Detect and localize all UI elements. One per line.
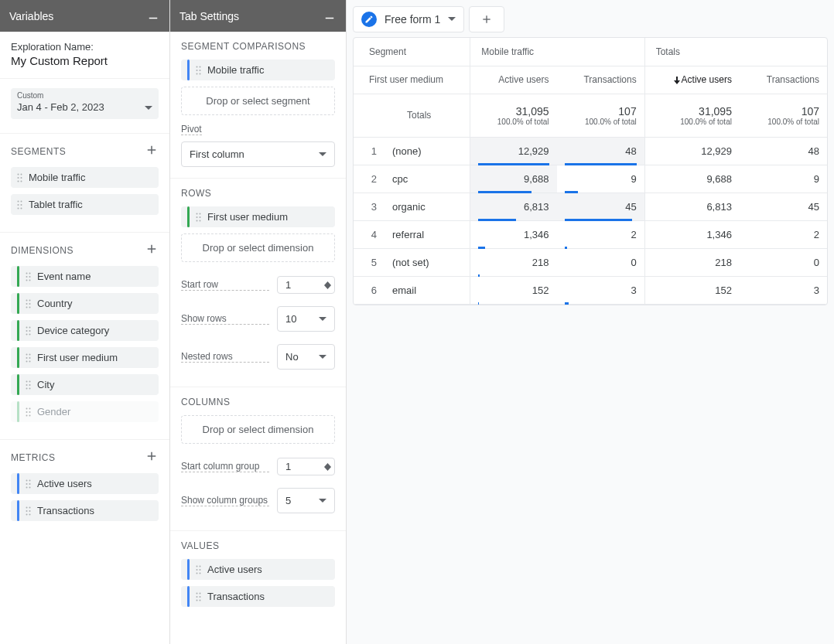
svg-point-33 bbox=[26, 357, 28, 359]
drag-handle-icon bbox=[26, 479, 31, 489]
svg-point-45 bbox=[26, 411, 28, 413]
start-row-stepper[interactable]: 1 bbox=[277, 276, 335, 294]
table-row[interactable]: 5 (not set) 218 0 218 0 bbox=[354, 248, 827, 276]
chip-color-bar bbox=[187, 60, 190, 80]
add-segment-button[interactable] bbox=[145, 143, 159, 159]
svg-point-46 bbox=[29, 411, 31, 413]
start-col-stepper[interactable]: 1 bbox=[277, 458, 335, 475]
row-index: 6 bbox=[354, 276, 385, 304]
svg-point-43 bbox=[26, 407, 28, 409]
segment-drop-zone[interactable]: Drop or select segment bbox=[181, 87, 335, 115]
svg-point-77 bbox=[200, 569, 201, 571]
row-drop-zone[interactable]: Drop or select dimension bbox=[181, 233, 335, 262]
nested-rows-select[interactable]: No bbox=[277, 344, 335, 370]
svg-point-47 bbox=[26, 414, 28, 416]
variables-header: Variables bbox=[0, 0, 169, 32]
svg-point-13 bbox=[26, 272, 28, 274]
edit-icon bbox=[361, 12, 377, 27]
show-rows-select[interactable]: 10 bbox=[277, 306, 335, 332]
dimension-chip[interactable]: Gender bbox=[11, 401, 159, 422]
svg-point-12 bbox=[21, 207, 22, 209]
add-metric-button[interactable] bbox=[145, 449, 159, 465]
metric-chip[interactable]: Transactions bbox=[11, 500, 159, 521]
svg-point-53 bbox=[26, 486, 28, 488]
drag-handle-icon bbox=[26, 299, 31, 308]
chip-label: Active users bbox=[37, 478, 92, 489]
metric-chip[interactable]: Active users bbox=[181, 559, 335, 580]
table-row[interactable]: 1 (none) 12,929 48 12,929 48 bbox=[354, 137, 827, 165]
chip-label: Active users bbox=[207, 564, 262, 575]
date-range-picker[interactable]: Custom Jan 4 - Feb 2, 2023 bbox=[11, 88, 159, 119]
table-row[interactable]: 4 referral 1,346 2 1,346 2 bbox=[354, 220, 827, 248]
metric-header[interactable]: Active users bbox=[470, 66, 557, 94]
report-tab[interactable]: Free form 1 bbox=[353, 6, 464, 32]
metric-chip[interactable]: Active users bbox=[11, 473, 159, 494]
drag-handle-icon bbox=[196, 592, 201, 601]
drag-handle-icon bbox=[26, 272, 31, 281]
table-row[interactable]: 3 organic 6,813 45 6,813 45 bbox=[354, 193, 827, 220]
chevron-down-icon bbox=[448, 17, 456, 22]
row-index: 4 bbox=[354, 220, 385, 248]
variables-panel: Variables Exploration Name: My Custom Re… bbox=[0, 0, 170, 644]
metric-header[interactable]: Transactions bbox=[740, 66, 827, 94]
start-row-value: 1 bbox=[285, 279, 291, 291]
svg-point-11 bbox=[18, 207, 19, 209]
tab-settings-panel: Tab Settings SEGMENT COMPARISONS Mobile … bbox=[170, 0, 347, 644]
svg-point-70 bbox=[197, 216, 198, 218]
segment-chip[interactable]: Tablet traffic bbox=[11, 194, 159, 215]
dimension-chip[interactable]: Device category bbox=[11, 320, 159, 341]
svg-point-59 bbox=[26, 513, 28, 515]
pivot-select[interactable]: First column bbox=[181, 141, 335, 167]
report-tabbar: Free form 1 bbox=[353, 6, 828, 32]
dimension-chip[interactable]: First user medium bbox=[11, 347, 159, 368]
segments-section: SEGMENTS Mobile traffic Tablet traffic bbox=[0, 134, 169, 233]
segment-chip[interactable]: Mobile traffic bbox=[11, 167, 159, 188]
start-col-label: Start column group bbox=[181, 461, 269, 472]
svg-point-82 bbox=[197, 596, 198, 598]
variables-title: Variables bbox=[9, 10, 53, 22]
drag-handle-icon bbox=[196, 66, 201, 75]
collapse-icon[interactable] bbox=[146, 8, 160, 24]
svg-rect-0 bbox=[149, 18, 158, 19]
svg-point-21 bbox=[26, 303, 28, 305]
chip-label: First user medium bbox=[37, 352, 118, 363]
svg-point-24 bbox=[29, 306, 31, 308]
svg-point-55 bbox=[26, 506, 28, 508]
collapse-icon[interactable] bbox=[323, 8, 337, 24]
section-label: SEGMENT COMPARISONS bbox=[181, 41, 306, 52]
dimension-chip[interactable]: Event name bbox=[11, 266, 159, 287]
chip-label: Transactions bbox=[37, 505, 94, 516]
plus-icon bbox=[480, 13, 493, 26]
dimension-chip[interactable]: First user medium bbox=[181, 206, 335, 227]
chip-color-bar bbox=[17, 347, 19, 368]
table-row[interactable]: 6 email 152 3 152 3 bbox=[354, 276, 827, 304]
table-row[interactable]: 2 cpc 9,688 9 9,688 9 bbox=[354, 165, 827, 193]
metric-chip[interactable]: Transactions bbox=[181, 586, 335, 607]
add-tab-button[interactable] bbox=[469, 6, 504, 32]
exploration-name[interactable]: My Custom Report bbox=[11, 54, 159, 67]
show-col-select[interactable]: 5 bbox=[277, 488, 335, 513]
svg-point-35 bbox=[26, 360, 28, 362]
chip-label: Mobile traffic bbox=[207, 64, 264, 76]
metric-header[interactable]: Transactions bbox=[557, 66, 645, 94]
start-row-label: Start row bbox=[181, 279, 269, 291]
chip-color-bar bbox=[17, 500, 19, 521]
dimension-chip[interactable]: City bbox=[11, 374, 159, 395]
metric-header-sorted[interactable]: Active users bbox=[644, 66, 740, 94]
add-dimension-button[interactable] bbox=[145, 242, 159, 258]
stepper-arrows-icon bbox=[324, 281, 331, 290]
row-dimension-header[interactable]: First user medium bbox=[354, 66, 470, 94]
svg-point-56 bbox=[29, 506, 31, 508]
sort-desc-icon bbox=[674, 77, 680, 84]
svg-point-85 bbox=[200, 599, 201, 601]
drag-handle-icon bbox=[17, 173, 22, 182]
dimensions-title: DIMENSIONS bbox=[11, 245, 73, 256]
column-drop-zone[interactable]: Drop or select dimension bbox=[181, 415, 335, 444]
svg-point-50 bbox=[29, 479, 31, 481]
metrics-section: METRICS Active users Transactions bbox=[0, 440, 169, 538]
dimension-chip[interactable]: Country bbox=[11, 293, 159, 314]
show-rows-value: 10 bbox=[285, 313, 296, 325]
drag-handle-icon bbox=[26, 326, 31, 336]
section-label: ROWS bbox=[181, 188, 211, 199]
segment-chip[interactable]: Mobile traffic bbox=[181, 60, 335, 80]
